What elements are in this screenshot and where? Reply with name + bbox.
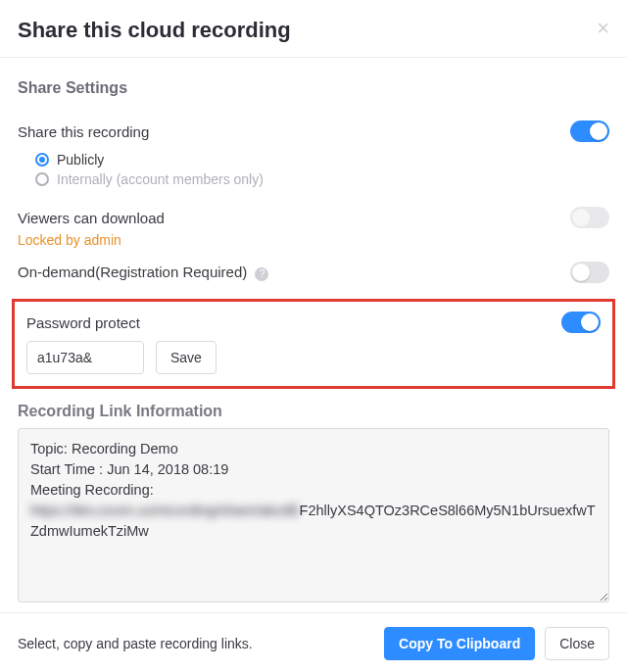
close-button[interactable]: Close <box>545 627 609 660</box>
save-password-button[interactable]: Save <box>156 341 217 374</box>
password-input[interactable] <box>26 341 144 374</box>
radio-unchecked-icon <box>35 172 49 186</box>
share-recording-label: Share this recording <box>18 123 149 140</box>
recording-link-textarea[interactable]: Topic: Recording Demo Start Time : Jun 1… <box>18 428 609 602</box>
ondemand-toggle[interactable] <box>570 262 609 283</box>
share-publicly-label: Publicly <box>57 152 104 168</box>
share-internally-option[interactable]: Internally (account members only) <box>35 171 609 187</box>
copy-to-clipboard-button[interactable]: Copy To Clipboard <box>384 627 535 660</box>
close-icon[interactable]: × <box>597 18 609 39</box>
modal-body: Share Settings Share this recording Publ… <box>0 58 627 612</box>
viewers-download-label: Viewers can download <box>18 210 165 226</box>
password-protect-label: Password protect <box>26 314 140 331</box>
share-internally-label: Internally (account members only) <box>57 171 264 187</box>
share-recording-row: Share this recording <box>18 115 609 148</box>
password-protect-row: Password protect <box>26 312 601 333</box>
link-info-url: https://dev.zoom.us/recording/share/abcd… <box>30 501 597 542</box>
link-info-url-blurred: https://dev.zoom.us/recording/share/abcd… <box>30 503 300 518</box>
link-info-topic: Topic: Recording Demo <box>30 439 597 459</box>
footer-hint: Select, copy and paste recording links. <box>18 636 253 651</box>
ondemand-row: On-demand(Registration Required) ? <box>18 256 609 289</box>
recording-link-info-heading: Recording Link Information <box>18 403 609 420</box>
share-settings-heading: Share Settings <box>18 79 609 97</box>
help-icon[interactable]: ? <box>255 267 268 281</box>
link-info-start-time: Start Time : Jun 14, 2018 08:19 <box>30 459 597 480</box>
viewers-download-toggle <box>570 207 609 228</box>
share-publicly-option[interactable]: Publicly <box>35 152 609 168</box>
modal-title: Share this cloud recording <box>18 18 291 43</box>
modal-header: Share this cloud recording × <box>0 0 627 58</box>
password-protect-toggle[interactable] <box>561 312 601 333</box>
share-recording-toggle[interactable] <box>570 120 609 142</box>
radio-checked-icon <box>35 153 49 167</box>
ondemand-label: On-demand(Registration Required) ? <box>18 264 268 280</box>
modal-footer: Select, copy and paste recording links. … <box>0 612 627 672</box>
link-info-meeting-header: Meeting Recording: <box>30 480 597 501</box>
locked-by-admin-text: Locked by admin <box>18 232 609 248</box>
password-protect-highlight: Password protect Save <box>12 299 615 389</box>
viewers-download-row: Viewers can download <box>18 201 609 234</box>
share-recording-modal: Share this cloud recording × Share Setti… <box>0 0 627 672</box>
